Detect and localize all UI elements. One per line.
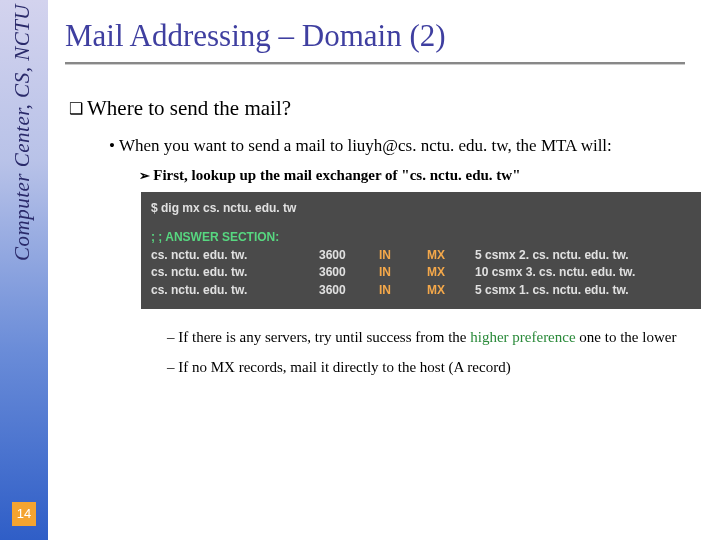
sidebar: Computer Center, CS, NCTU <box>0 0 48 540</box>
col-type: MX <box>427 264 475 281</box>
col-class: IN <box>379 247 427 264</box>
slide-content: Mail Addressing – Domain (2) Where to se… <box>65 18 700 388</box>
terminal-block: $ dig mx cs. nctu. edu. tw ; ; ANSWER SE… <box>141 192 701 309</box>
col-name: cs. nctu. edu. tw. <box>151 282 319 299</box>
title-underline <box>65 62 685 64</box>
col-data: 10 csmx 3. cs. nctu. edu. tw. <box>475 264 635 281</box>
col-type: MX <box>427 247 475 264</box>
col-class: IN <box>379 264 427 281</box>
note-text-a: If there is any servers, try until succe… <box>178 329 470 345</box>
page-number: 14 <box>12 502 36 526</box>
bullet-question: Where to send the mail? <box>69 96 700 121</box>
step-text: First, lookup up the mail exchanger of <box>153 167 401 183</box>
col-ttl: 3600 <box>319 264 379 281</box>
step-quoted: "cs. nctu. edu. tw" <box>401 167 520 183</box>
bullet-step: First, lookup up the mail exchanger of "… <box>139 167 700 184</box>
note-line: If there is any servers, try until succe… <box>167 327 700 347</box>
terminal-row: cs. nctu. edu. tw.3600INMX10 csmx 3. cs.… <box>151 264 691 281</box>
col-name: cs. nctu. edu. tw. <box>151 264 319 281</box>
col-data: 5 csmx 1. cs. nctu. edu. tw. <box>475 282 629 299</box>
page-title: Mail Addressing – Domain (2) <box>65 18 700 54</box>
terminal-answer-header: ; ; ANSWER SECTION: <box>151 229 691 246</box>
col-data: 5 csmx 2. cs. nctu. edu. tw. <box>475 247 629 264</box>
col-name: cs. nctu. edu. tw. <box>151 247 319 264</box>
terminal-row: cs. nctu. edu. tw.3600INMX5 csmx 2. cs. … <box>151 247 691 264</box>
note-text-b: one to the lower <box>576 329 677 345</box>
col-ttl: 3600 <box>319 282 379 299</box>
terminal-command: $ dig mx cs. nctu. edu. tw <box>151 200 691 217</box>
col-class: IN <box>379 282 427 299</box>
note-line: If no MX records, mail it directly to th… <box>167 357 700 377</box>
col-type: MX <box>427 282 475 299</box>
note-highlight: higher preference <box>470 329 575 345</box>
col-ttl: 3600 <box>319 247 379 264</box>
bullet-sub: When you want to send a mail to liuyh@cs… <box>109 135 700 157</box>
terminal-row: cs. nctu. edu. tw.3600INMX5 csmx 1. cs. … <box>151 282 691 299</box>
sidebar-label: Computer Center, CS, NCTU <box>10 4 35 261</box>
